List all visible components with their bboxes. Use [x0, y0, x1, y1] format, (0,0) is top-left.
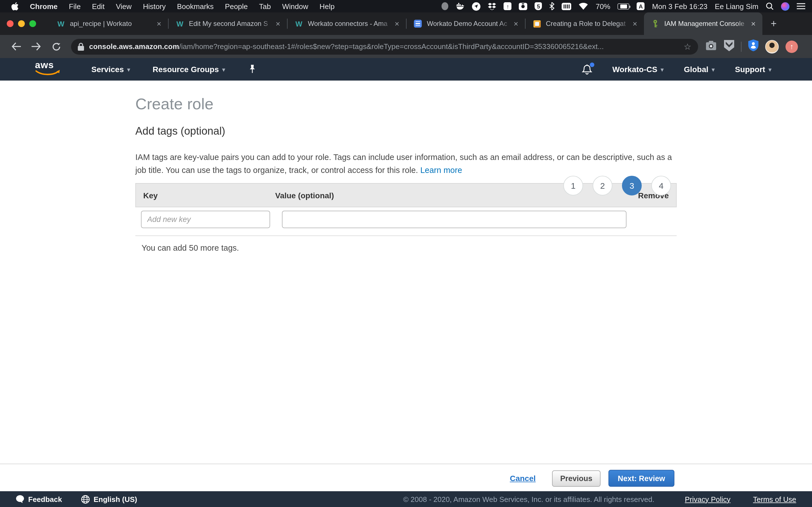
support-menu[interactable]: Support ▾	[735, 65, 771, 74]
notification-center-icon[interactable]	[797, 2, 805, 10]
close-icon[interactable]: ×	[511, 19, 520, 28]
tags-remaining-note: You can add 50 more tags.	[142, 243, 812, 252]
spotlight-search-icon[interactable]	[766, 2, 774, 10]
menu-item-view[interactable]: View	[116, 2, 132, 10]
menu-item-edit[interactable]: Edit	[92, 2, 105, 10]
bluetooth-icon[interactable]	[550, 2, 555, 10]
row-divider	[135, 235, 677, 236]
menu-item-help[interactable]: Help	[319, 2, 335, 10]
zoom-window-button[interactable]	[29, 20, 36, 27]
language-selector[interactable]: English (US)	[81, 495, 137, 503]
menu-item-people[interactable]: People	[225, 2, 248, 10]
step-4[interactable]: 4	[651, 176, 671, 195]
battery-icon[interactable]	[618, 3, 629, 9]
copyright-text: © 2008 - 2020, Amazon Web Services, Inc.…	[403, 495, 654, 503]
menu-item-file[interactable]: File	[69, 2, 81, 10]
screenshot-extension-icon[interactable]	[705, 40, 717, 53]
menu-item-window[interactable]: Window	[282, 2, 308, 10]
new-tab-button[interactable]: +	[766, 16, 781, 32]
tab-api-recipe-workato[interactable]: W api_recipe | Workato ×	[50, 12, 168, 35]
docker-icon[interactable]	[456, 2, 465, 10]
cancel-button[interactable]: Cancel	[510, 474, 536, 483]
tab-iam-management-console[interactable]: IAM Management Console ×	[644, 12, 762, 35]
chrome-toolbar: console.aws.amazon.com/iam/home?region=a…	[0, 35, 812, 58]
close-icon[interactable]: ×	[749, 19, 758, 28]
profile-avatar[interactable]	[765, 40, 779, 53]
status-dot-icon[interactable]	[442, 2, 449, 10]
menu-item-bookmarks[interactable]: Bookmarks	[177, 2, 214, 10]
close-icon[interactable]: ×	[273, 19, 283, 28]
step-3-active[interactable]: 3	[622, 176, 642, 195]
account-menu[interactable]: Workato-CS ▾	[612, 65, 664, 74]
bookmark-star-icon[interactable]: ☆	[684, 41, 691, 52]
chevron-down-icon: ▾	[222, 66, 225, 72]
previous-button[interactable]: Previous	[552, 470, 601, 487]
aws-footer-bar: Feedback English (US) © 2008 - 2020, Ama…	[0, 491, 812, 507]
resource-groups-menu[interactable]: Resource Groups ▾	[153, 65, 225, 74]
chevron-down-icon: ▾	[127, 66, 130, 72]
feedback-button[interactable]: Feedback	[16, 495, 62, 503]
lock-icon[interactable]	[78, 43, 84, 50]
region-menu[interactable]: Global ▾	[684, 65, 714, 74]
description-text: IAM tags are key-value pairs you can add…	[135, 151, 675, 177]
page-title: Create role	[0, 80, 812, 113]
workato-favicon: W	[175, 19, 185, 28]
services-menu[interactable]: Services ▾	[91, 65, 130, 74]
minimize-window-button[interactable]	[18, 20, 25, 27]
forward-button[interactable]	[28, 39, 44, 54]
dropbox-icon[interactable]	[488, 2, 497, 10]
privacy-policy-link[interactable]: Privacy Policy	[685, 495, 730, 503]
menu-item-chrome[interactable]: Chrome	[30, 2, 57, 10]
screen: Chrome File Edit View History Bookmarks …	[0, 0, 812, 507]
camera-status-icon[interactable]	[519, 2, 527, 10]
next-review-button[interactable]: Next: Review	[608, 470, 674, 487]
back-button[interactable]	[8, 39, 24, 54]
shield-extension-icon[interactable]	[724, 40, 734, 53]
url-path: /iam/home?region=ap-southeast-1#/roles$n…	[179, 42, 604, 51]
step-1[interactable]: 1	[563, 176, 583, 195]
terms-of-use-link[interactable]: Terms of Use	[753, 495, 796, 503]
apple-menu-icon[interactable]	[11, 2, 18, 10]
column-header-key: Key	[136, 191, 275, 200]
section-title: Add tags (optional)	[135, 125, 812, 137]
password-shield-extension-icon[interactable]	[748, 40, 758, 54]
pin-icon[interactable]	[249, 64, 256, 75]
close-icon[interactable]: ×	[393, 19, 402, 28]
step-2[interactable]: 2	[593, 176, 612, 195]
menubar-user[interactable]: Ee Liang Sim	[715, 2, 758, 10]
services-label: Services	[91, 65, 124, 74]
close-icon[interactable]: ×	[630, 19, 640, 28]
tab-workato-demo-account[interactable]: Workato Demo Account Ac ×	[407, 12, 525, 35]
macos-menu-bar: Chrome File Edit View History Bookmarks …	[0, 0, 812, 12]
input-source-icon[interactable]: A	[637, 2, 645, 10]
close-icon[interactable]: ×	[154, 19, 163, 28]
chevron-down-icon: ▾	[661, 66, 663, 72]
notifications-bell-icon[interactable]	[582, 64, 592, 75]
reload-button[interactable]	[49, 39, 64, 54]
document-favicon	[413, 19, 422, 28]
menubar-clock[interactable]: Mon 3 Feb 16:23	[652, 2, 708, 10]
tab-label: Edit My second Amazon S	[189, 20, 273, 27]
keyboard-battery-icon[interactable]	[562, 2, 571, 10]
tag-value-input[interactable]	[282, 211, 626, 228]
url-text: console.aws.amazon.com/iam/home?region=a…	[89, 42, 679, 51]
tag-key-input[interactable]	[141, 211, 270, 228]
update-chrome-icon[interactable]: ↑	[785, 40, 798, 53]
location-arrow-icon[interactable]	[472, 2, 481, 10]
app5-shield-icon[interactable]: 5	[535, 2, 542, 10]
upload-shield-icon[interactable]: ↑	[504, 2, 512, 10]
tab-workato-connectors[interactable]: W Workato connectors - Ama ×	[288, 12, 406, 35]
aws-logo[interactable]: aws	[35, 61, 60, 78]
menu-item-tab[interactable]: Tab	[259, 2, 271, 10]
learn-more-link[interactable]: Learn more	[420, 166, 462, 175]
tab-edit-amazon-recipe[interactable]: W Edit My second Amazon S ×	[168, 12, 287, 35]
close-window-button[interactable]	[7, 20, 13, 27]
tab-creating-role-delegate[interactable]: Creating a Role to Delegat ×	[525, 12, 644, 35]
menu-item-history[interactable]: History	[143, 2, 166, 10]
wifi-icon[interactable]	[579, 2, 589, 10]
siri-icon[interactable]	[781, 2, 790, 10]
address-bar[interactable]: console.aws.amazon.com/iam/home?region=a…	[71, 39, 698, 54]
workato-favicon: W	[294, 19, 303, 28]
tab-label: api_recipe | Workato	[70, 20, 154, 27]
tab-label: Workato connectors - Ama	[308, 20, 393, 27]
